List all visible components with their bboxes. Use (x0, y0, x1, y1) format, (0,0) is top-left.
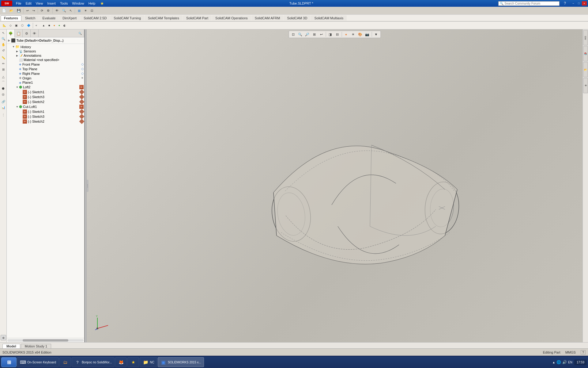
tree-item-front-plane[interactable]: ◈ Front Plane ◇ (7, 62, 84, 67)
zoom-area-btn[interactable]: 🔍 (61, 7, 67, 14)
lt-curves[interactable]: ⌒ (1, 80, 6, 85)
tree-item-loft2-sketch2[interactable]: ✏ (-) Sketch2 (7, 99, 84, 104)
tab-solidcam-part[interactable]: SolidCAM Part (183, 15, 212, 21)
tree-item-right-plane[interactable]: ◈ Right Plane ◇ (7, 71, 84, 76)
lt-more[interactable]: ⋮ (1, 112, 6, 117)
vp-lights[interactable]: ☀ (350, 31, 356, 37)
stb-collapse[interactable]: « (34, 22, 39, 29)
ft-tab-props[interactable]: 📋 (15, 29, 23, 37)
stb-3[interactable]: ▣ (13, 22, 19, 29)
close-button[interactable]: × (582, 1, 587, 6)
light-btn[interactable]: ☀ (83, 7, 89, 14)
tree-scrollbar[interactable] (7, 339, 84, 342)
tree-item-top-plane[interactable]: ◈ Top Plane ◇ (7, 67, 84, 71)
minimize-button[interactable]: − (571, 1, 576, 6)
lt-evaluate[interactable]: 📊 (1, 105, 6, 110)
open-btn[interactable]: 📂 (8, 7, 15, 14)
new-btn[interactable]: 📄 (1, 7, 7, 14)
view-orient-btn[interactable]: 👁 (54, 7, 60, 14)
redo-btn[interactable]: ↪ (31, 7, 36, 14)
menu-view[interactable]: View (34, 1, 45, 6)
display-btn[interactable]: ▦ (76, 7, 82, 14)
menu-insert[interactable]: Insert (45, 1, 58, 6)
tab-solidcam-2d[interactable]: SolidCAM 2.5D (80, 15, 110, 21)
stb-9[interactable]: ● (57, 22, 62, 29)
tab-solidcam-3d[interactable]: SolidCAM 3D (284, 15, 311, 21)
search-box[interactable]: 🔍 (498, 1, 560, 6)
stb-7[interactable]: ■ (47, 22, 51, 29)
rebuild-btn[interactable]: ⟳ (39, 7, 45, 14)
taskbar-solidworks[interactable]: ▣ SOLIDWORKS 2015 x... (158, 357, 204, 367)
vp-display-style[interactable]: ◨ (327, 31, 334, 37)
ft-tab-config[interactable]: ⚙ (23, 29, 31, 37)
tab-evaluate[interactable]: Evaluate (39, 15, 59, 21)
tab-dimxpert[interactable]: DimXpert (59, 15, 80, 21)
lt-relations[interactable]: ⊞ (1, 67, 6, 72)
taskbar-browser[interactable]: ? Вопрос по SolidWor... (72, 357, 115, 367)
lt-mate[interactable]: 🔗 (1, 99, 6, 104)
tree-item-cut-loft1-sketch3[interactable]: ✏ (-) Sketch3 (7, 114, 84, 119)
rp-file-explorer[interactable]: 📂 (583, 62, 588, 77)
lt-zoom[interactable]: 🔍 (1, 36, 6, 41)
section-btn[interactable]: ⊡ (89, 7, 95, 14)
rp-solidworks-resources[interactable]: SW (583, 30, 588, 45)
tree-item-material[interactable]: ⬜ Material <not specified> (7, 58, 84, 62)
menu-tools[interactable]: Tools (58, 1, 70, 6)
lt-select[interactable]: ↖ (1, 30, 6, 36)
tab-sketch[interactable]: Sketch (22, 15, 39, 21)
ft-btn-search[interactable]: 🔍 (76, 29, 84, 37)
options-btn[interactable]: ⚙ (45, 7, 51, 14)
tray-up-arrow[interactable]: ▲ (552, 361, 555, 364)
undo-btn[interactable]: ↩ (25, 7, 30, 14)
taskbar-star[interactable]: ★ (127, 357, 139, 367)
menu-help[interactable]: Help (87, 1, 97, 6)
tree-item-loft2-sketch1[interactable]: ✏ (-) Sketch1 (7, 90, 84, 94)
tab-solidcam-ops[interactable]: SolidCAM Operations (212, 15, 251, 21)
tree-item-loft2-sketch3[interactable]: ✏ (-) Sketch3 (7, 94, 84, 99)
vp-prev-view[interactable]: ↩ (318, 31, 325, 37)
vp-zoom-sheet[interactable]: ⊞ (311, 31, 318, 37)
menu-file[interactable]: File (14, 1, 23, 6)
taskbar-keyboard[interactable]: ⌨ On-Screen Keyboard (17, 357, 59, 367)
save-btn[interactable]: 💾 (15, 7, 22, 14)
vp-appearance[interactable]: 🎨 (357, 31, 364, 37)
stb-10[interactable]: ◐ (62, 22, 67, 29)
tree-item-sensors[interactable]: ▶ 📡 Sensors (7, 49, 84, 53)
tray-en[interactable]: EN (568, 361, 572, 364)
vp-render[interactable]: ● (343, 31, 349, 37)
lt-measure[interactable]: 📏 (1, 55, 6, 60)
ft-tab-display[interactable]: 👁 (31, 29, 39, 37)
tree-item-history[interactable]: ▼ 📁 History (7, 44, 84, 49)
stb-4[interactable]: ⬡ (20, 22, 25, 29)
lt-pan[interactable]: ✋ (1, 42, 6, 47)
start-button[interactable]: ⊞ (1, 357, 17, 367)
taskbar-nc-folder[interactable]: 📁 NC (140, 357, 157, 367)
lt-snap[interactable]: ⊕ (1, 335, 6, 340)
viewport[interactable]: ⊡ 🔍 🔎 ⊞ ↩ ◨ ⊟ ● ☀ 🎨 📷 ▼ (87, 29, 582, 342)
lt-sketch[interactable]: ✏ (1, 61, 6, 66)
tab-solidcam-templates[interactable]: SolidCAM Templates (145, 15, 183, 21)
search-input[interactable] (504, 2, 556, 5)
viewport-splitter-handle[interactable] (87, 180, 89, 192)
vp-section[interactable]: ⊟ (334, 31, 341, 37)
help-btn[interactable]: ? (581, 350, 586, 355)
tab-model[interactable]: Model (2, 344, 20, 348)
system-clock[interactable]: 17:59 (574, 359, 587, 365)
select-btn[interactable]: ↖ (68, 7, 74, 14)
tree-item-loft2[interactable]: ▼ ⬢ Loft2 ✏ (7, 85, 84, 90)
tab-solidcam-afrm[interactable]: SolidCAM AFRM (251, 15, 284, 21)
lt-ref-geo[interactable]: △ (1, 74, 6, 79)
rp-view-palette[interactable]: 👁 (583, 78, 588, 93)
vp-more[interactable]: ▼ (373, 31, 379, 37)
stb-8[interactable]: ● (52, 22, 56, 29)
stb-5[interactable]: 🔷 (25, 22, 32, 29)
tab-features[interactable]: Features (1, 15, 21, 21)
help-icon[interactable]: ? (564, 1, 566, 6)
ft-tab-tree[interactable]: 🌳 (7, 29, 15, 37)
tray-sound[interactable]: 🔊 (562, 360, 567, 364)
taskbar-firefox[interactable]: 🦊 (115, 357, 127, 367)
tab-motion-study[interactable]: Motion Study 1 (21, 344, 51, 348)
tab-solidcam-turning[interactable]: SolidCAM Turning (110, 15, 144, 21)
tree-item-plane1[interactable]: ◈ Plane1 (7, 80, 84, 85)
tree-item-cut-loft1[interactable]: ▼ ⬢ Cut-Loft1 ✏ (7, 104, 84, 109)
